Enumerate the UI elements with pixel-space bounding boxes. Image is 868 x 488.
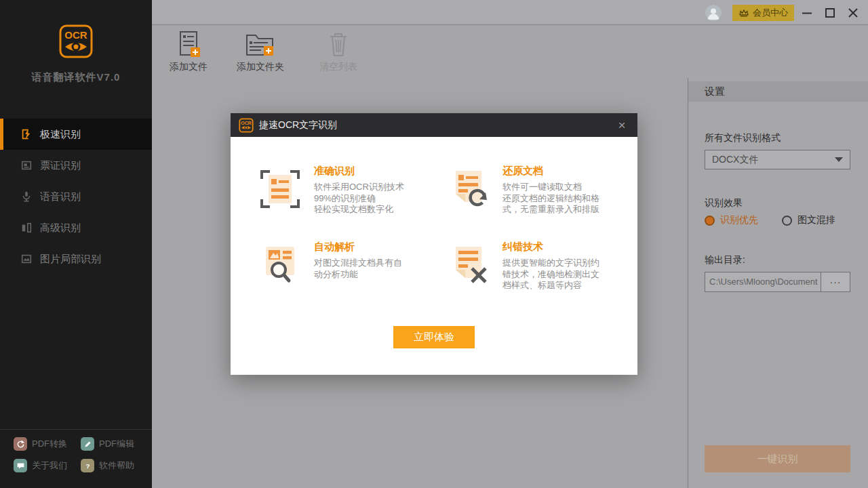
sidebar-item-label: 票证识别 (40, 159, 81, 172)
feature-text: 纠错技术 提供更智能的文字识别约 错技术，准确地检测出文 档样式、标题等内容 (502, 239, 599, 291)
software-help-button[interactable]: ? 软件帮助 (81, 459, 148, 472)
sidebar-item-fast-recognition[interactable]: 极速识别 (0, 119, 152, 150)
columns-icon (20, 222, 33, 234)
output-path-field[interactable]: C:\Users\Mloong\Document (705, 272, 821, 292)
sidebar-item-advanced-recognition[interactable]: 高级识别 (0, 212, 152, 243)
image-magnifier-icon (259, 242, 301, 288)
feature-line: 错技术，准确地检测出文 (502, 269, 599, 281)
svg-text:OCR: OCR (64, 29, 87, 41)
radio-image-text-layout[interactable]: 图文混排 (782, 214, 835, 226)
microphone-icon (20, 190, 33, 203)
avatar[interactable] (705, 5, 722, 21)
sidebar-item-ticket-recognition[interactable]: 票证识别 (0, 150, 152, 181)
feature-title: 纠错技术 (502, 241, 599, 253)
feature-line: 动分析功能 (314, 269, 402, 281)
effect-radio-group: 识别优先 图文混排 (705, 214, 854, 226)
pencil-icon (81, 437, 94, 451)
feature-text: 还原文档 软件可一键读取文档 还原文档的逻辑结构和格 式，无需重新录入和排版 (502, 163, 599, 216)
feature-line: 对图文混排文档具有自 (314, 258, 402, 269)
feature-restore-document: 还原文档 软件可一键读取文档 还原文档的逻辑结构和格 式，无需重新录入和排版 (448, 163, 628, 216)
sidebar-item-label: 高级识别 (40, 222, 81, 235)
radio-label: 识别优先 (720, 214, 758, 226)
add-file-button[interactable]: 添加文件 (155, 30, 222, 75)
sidebar-item-voice-recognition[interactable]: 语音识别 (0, 181, 152, 212)
feature-line: 轻松实现文档数字化 (314, 204, 404, 216)
feature-line: 还原文档的逻辑结构和格 (502, 193, 599, 205)
dialog-close-icon[interactable]: × (614, 118, 629, 133)
feature-error-correction: 纠错技术 提供更智能的文字识别约 错技术，准确地检测出文 档样式、标题等内容 (448, 239, 628, 291)
minimize-button[interactable] (800, 6, 814, 20)
scan-document-icon (259, 166, 301, 212)
pdf-convert-button[interactable]: PDF转换 (14, 437, 81, 451)
welcome-dialog: OCR 捷速OCR文字识别 × 准确识别 (231, 113, 637, 375)
feature-line: 档样式、标题等内容 (502, 280, 599, 291)
add-folder-label: 添加文件夹 (237, 61, 284, 75)
titlebar: 会员中心 (152, 0, 868, 25)
sidebar-item-label: 图片局部识别 (40, 253, 101, 266)
feature-title: 准确识别 (314, 165, 404, 178)
svg-text:?: ? (85, 462, 90, 470)
sidebar-menu: 极速识别 票证识别 语音识别 (0, 119, 152, 274)
browse-button[interactable]: ··· (821, 272, 850, 292)
refresh-arrows-icon (14, 437, 27, 451)
add-folder-button[interactable]: 添加文件夹 (226, 30, 294, 75)
feature-line: 式，无需重新录入和排版 (502, 204, 599, 216)
feature-auto-parse: 自动解析 对图文混排文档具有自 动分析功能 (259, 239, 437, 288)
lightning-doc-icon (20, 128, 33, 140)
chat-bubble-icon (14, 459, 27, 472)
radio-recognition-priority[interactable]: 识别优先 (705, 214, 758, 226)
radio-selected-icon (705, 216, 715, 226)
clear-list-label: 清空列表 (319, 61, 357, 75)
document-cross-icon (448, 242, 490, 288)
feature-title: 自动解析 (314, 241, 402, 253)
feature-line: 软件可一键读取文档 (502, 182, 599, 193)
output-path-row: C:\Users\Mloong\Document ··· (705, 272, 850, 292)
sidebar-item-label: 极速识别 (40, 128, 81, 141)
maximize-button[interactable] (823, 6, 837, 20)
sidebar: OCR 语音翻译软件V7.0 极速识别 票证识 (0, 0, 152, 488)
ocr-mini-logo-icon: OCR (239, 118, 254, 133)
member-center-label: 会员中心 (753, 7, 788, 19)
ticket-icon (20, 159, 33, 171)
about-us-button[interactable]: 关于我们 (14, 459, 81, 472)
format-dropdown[interactable]: DOCX文件 (705, 150, 850, 169)
try-now-button[interactable]: 立即体验 (393, 326, 475, 348)
feature-text: 自动解析 对图文混排文档具有自 动分析功能 (314, 239, 402, 288)
chevron-down-icon (835, 157, 843, 162)
format-label: 所有文件识别格式 (705, 132, 781, 144)
feature-line: 99%的识别准确 (314, 193, 404, 205)
trash-icon (323, 30, 354, 61)
effect-label: 识别效果 (705, 197, 743, 209)
svg-text:OCR: OCR (241, 120, 252, 125)
document-restore-icon (448, 166, 490, 212)
feature-title: 还原文档 (502, 165, 599, 178)
file-plus-icon (173, 30, 204, 61)
crown-icon (738, 9, 749, 17)
app-window: OCR 语音翻译软件V7.0 极速识别 票证识 (0, 0, 868, 488)
pdf-edit-button[interactable]: PDF编辑 (81, 437, 148, 451)
format-dropdown-value: DOCX文件 (712, 154, 835, 166)
window-controls (800, 0, 860, 25)
feature-accurate-recognition: 准确识别 软件采用OCR识别技术 99%的识别准确 轻松实现文档数字化 (259, 163, 437, 216)
toolbar: 添加文件 添加文件夹 清空列 (152, 26, 868, 78)
footer-item-label: 软件帮助 (99, 460, 134, 472)
one-click-recognize-button[interactable]: 一键识别 (705, 445, 850, 472)
ocr-logo-icon: OCR (59, 24, 93, 58)
question-mark-icon: ? (81, 459, 94, 472)
footer-item-label: PDF转换 (32, 438, 67, 450)
sidebar-footer: PDF转换 PDF编辑 关于我们 (0, 429, 152, 472)
footer-item-label: 关于我们 (32, 460, 67, 472)
settings-panel: 设置 所有文件识别格式 DOCX文件 识别效果 识别优先 图文混排 输出目录: … (688, 78, 868, 488)
radio-label: 图文混排 (797, 214, 835, 226)
radio-unselected-icon (782, 216, 792, 226)
footer-item-label: PDF编辑 (99, 438, 134, 450)
member-center-button[interactable]: 会员中心 (732, 5, 794, 21)
output-dir-label: 输出目录: (705, 254, 745, 266)
settings-header: 设置 (688, 81, 868, 102)
add-file-label: 添加文件 (170, 61, 208, 75)
sidebar-item-label: 语音识别 (40, 190, 81, 203)
close-button[interactable] (846, 6, 860, 20)
sidebar-item-image-region-recognition[interactable]: 图片局部识别 (0, 243, 152, 274)
clear-list-button[interactable]: 清空列表 (304, 30, 372, 75)
app-version-label: 语音翻译软件V7.0 (0, 71, 152, 84)
